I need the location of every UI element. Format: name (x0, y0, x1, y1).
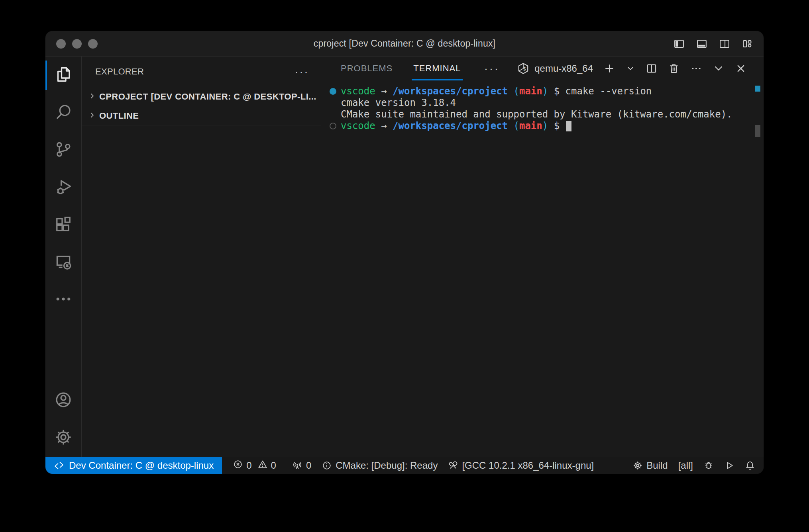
build-target-label: [all] (678, 460, 693, 471)
close-panel-icon[interactable] (735, 63, 747, 74)
vscode-window: cproject [Dev Container: C @ desktop-lin… (45, 31, 764, 474)
hide-panel-chevron-icon[interactable] (713, 63, 725, 74)
sidebar-item-run-debug[interactable] (45, 169, 81, 206)
split-terminal-icon[interactable] (646, 63, 658, 74)
panel-tabs-more-icon[interactable]: ··· (484, 62, 500, 75)
problems-status[interactable]: 0 0 (228, 457, 281, 474)
account-icon (54, 390, 73, 411)
terminal-cursor (566, 121, 571, 131)
terminal-session-label: qemu-x86_64 (534, 63, 593, 74)
command-decoration-icon[interactable] (330, 88, 336, 95)
svg-text:$: $ (523, 66, 526, 72)
explorer-more-actions-icon[interactable]: ··· (295, 68, 309, 76)
titlebar: cproject [Dev Container: C @ desktop-lin… (45, 31, 764, 57)
terminal-scrollbar[interactable] (755, 125, 760, 137)
error-count: 0 (246, 460, 251, 471)
sidebar-item-explorer[interactable] (45, 57, 81, 94)
sidebar-item-source-control[interactable] (45, 131, 81, 169)
sidebar-item-extensions[interactable] (45, 206, 81, 244)
terminal-line: vscode → /workspaces/cproject (main) $ c… (330, 86, 764, 97)
section-cproject[interactable]: CPROJECT [DEV CONTAINER: C @ DESKTOP-LI.… (82, 87, 321, 106)
container-terminal-icon: $ (517, 62, 530, 75)
cmake-status[interactable]: CMake: [Debug]: Ready (316, 457, 443, 474)
terminal-text: cmake version 3.18.4 (341, 97, 456, 109)
remote-explorer-icon (54, 252, 73, 273)
sidebar-item-search[interactable] (45, 94, 81, 131)
build-label: Build (646, 460, 668, 471)
more-views-button[interactable] (45, 281, 81, 319)
launch-target-button[interactable] (719, 457, 740, 474)
run-debug-icon (54, 177, 73, 198)
notifications-button[interactable] (740, 457, 760, 474)
status-bar: Dev Container: C @ desktop-linux 0 0 (45, 457, 764, 474)
sidebar-explorer: EXPLORER ··· CPROJECT [DEV CONTAINER: C … (82, 57, 321, 457)
ports-status[interactable]: 0 (287, 457, 316, 474)
terminal-session-item[interactable]: $ qemu-x86_64 (517, 62, 593, 75)
panel-tabbar: PROBLEMS TERMINAL ··· $ qemu-x86_64 (321, 57, 764, 80)
bug-icon (703, 460, 714, 471)
window-title: cproject [Dev Container: C @ desktop-lin… (45, 38, 764, 49)
terminal-line: CMake suite maintained and supported by … (330, 109, 764, 120)
error-icon (233, 459, 243, 472)
new-terminal-icon[interactable] (603, 63, 615, 74)
terminal-line: cmake version 3.18.4 (330, 97, 764, 109)
more-views-icon (54, 289, 73, 310)
build-gear-icon (632, 460, 643, 471)
remote-label: Dev Container: C @ desktop-linux (69, 460, 214, 471)
section-label: CPROJECT [DEV CONTAINER: C @ DESKTOP-LI.… (99, 92, 316, 102)
section-label: OUTLINE (99, 111, 139, 121)
play-icon (724, 460, 734, 471)
activity-bar (45, 57, 82, 457)
chevron-right-icon (88, 111, 96, 121)
bell-icon (745, 460, 755, 471)
warning-icon (257, 459, 268, 472)
command-decoration-icon[interactable] (330, 123, 336, 129)
settings-gear-icon (54, 428, 73, 448)
radio-tower-icon (292, 460, 302, 471)
section-outline[interactable]: OUTLINE (82, 106, 321, 125)
files-icon (54, 65, 73, 86)
cmake-kit[interactable]: [GCC 10.2.1 x86_64-linux-gnu] (443, 457, 599, 474)
kill-terminal-icon[interactable] (668, 63, 680, 74)
build-target-button[interactable]: [all] (673, 457, 698, 474)
source-control-icon (54, 140, 73, 160)
sidebar-title: EXPLORER (95, 66, 144, 77)
tab-problems[interactable]: PROBLEMS (341, 57, 393, 80)
terminal-profile-chevron-icon[interactable] (626, 64, 635, 73)
panel-more-actions-icon[interactable] (690, 63, 702, 74)
warning-count: 0 (271, 460, 276, 471)
extensions-icon (54, 215, 73, 235)
remote-indicator[interactable]: Dev Container: C @ desktop-linux (45, 457, 222, 474)
tools-icon (448, 460, 458, 471)
terminal-text: CMake suite maintained and supported by … (341, 109, 732, 120)
chevron-right-icon (88, 92, 96, 102)
info-icon (322, 460, 332, 471)
cmake-build-button[interactable]: Build (627, 457, 673, 474)
terminal-lines: vscode → /workspaces/cproject (main) $ c… (330, 86, 764, 132)
cmake-kit-label: [GCC 10.2.1 x86_64-linux-gnu] (462, 460, 594, 471)
overview-ruler-command-mark (755, 86, 760, 92)
debug-target-button[interactable] (698, 457, 719, 474)
search-icon (54, 102, 73, 123)
cmake-status-label: CMake: [Debug]: Ready (336, 460, 438, 471)
terminal-text: vscode → /workspaces/cproject (main) $ (341, 120, 571, 132)
remote-icon (54, 460, 64, 471)
bottom-panel: PROBLEMS TERMINAL ··· $ qemu-x86_64 (321, 57, 764, 457)
account-button[interactable] (45, 382, 81, 419)
terminal-view[interactable]: vscode → /workspaces/cproject (main) $ c… (321, 80, 764, 457)
sidebar-item-remote-explorer[interactable] (45, 244, 81, 281)
terminal-line: vscode → /workspaces/cproject (main) $ (330, 120, 764, 132)
tab-terminal[interactable]: TERMINAL (413, 57, 461, 80)
terminal-text: vscode → /workspaces/cproject (main) $ c… (341, 86, 652, 97)
ports-count: 0 (306, 460, 311, 471)
settings-button[interactable] (45, 419, 81, 457)
